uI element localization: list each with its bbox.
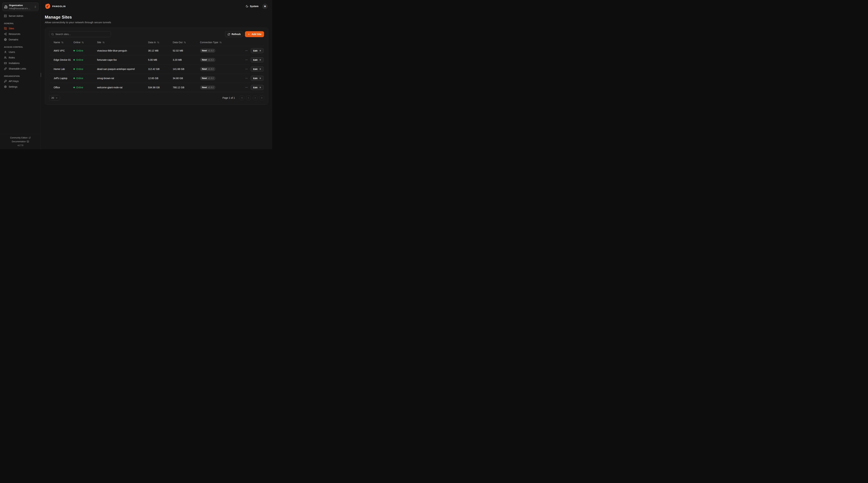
org-selector-label: Organization: [9, 4, 23, 7]
chevrons-up-down-icon: [34, 5, 37, 8]
online-status-label: Online: [76, 59, 83, 61]
refresh-button[interactable]: Refresh: [225, 31, 243, 37]
documentation-link[interactable]: Documentation: [0, 140, 41, 143]
connection-type-badge: Newt v1.3.2: [200, 67, 215, 71]
sidebar-resize-handle[interactable]: [41, 73, 41, 77]
table-row: Office Online welcome-giant-mole-rat 534…: [49, 83, 264, 92]
data-out-cell: 3.20 MB: [173, 55, 200, 65]
chevron-left-icon: [247, 97, 250, 99]
online-status-label: Online: [76, 77, 83, 79]
sidebar-item-settings[interactable]: Settings: [2, 84, 38, 89]
connection-name: Newt: [202, 50, 207, 52]
sidebar-item-api-keys[interactable]: API Keys: [2, 78, 38, 84]
sidebar-item-domains[interactable]: Domains: [2, 37, 38, 42]
connection-version: v1.3.2: [208, 68, 214, 70]
share-nodes-icon: [4, 33, 7, 35]
community-edition-link[interactable]: Community Edition: [0, 136, 41, 140]
sidebar-item-label: Invitations: [9, 62, 20, 65]
column-sort-control[interactable]: Online: [73, 41, 84, 44]
column-sort-control[interactable]: Data In: [148, 41, 159, 44]
sidebar-item-label: API Keys: [9, 80, 19, 83]
column-label: Data In: [148, 41, 156, 44]
sidebar-item-label: Resources: [9, 33, 20, 35]
data-out-cell: 52.02 MB: [173, 46, 200, 55]
edit-site-button[interactable]: Edit: [251, 57, 264, 62]
data-out-cell: 34.80 GB: [173, 74, 200, 83]
connection-type-cell: Newt v1.3.2: [200, 65, 238, 74]
building-icon: [4, 5, 7, 8]
org-selector[interactable]: Organization milo@fossorial.io's ...: [2, 2, 38, 11]
server-icon: [4, 14, 7, 18]
table-row: AWS VPC Online vivacious-little-blue-pen…: [49, 46, 264, 55]
sidebar-item-roles[interactable]: Roles: [2, 55, 38, 60]
connection-type-badge: Newt v1.3.2: [200, 76, 215, 80]
row-menu-button[interactable]: [244, 67, 249, 71]
connection-version: v1.3.2: [208, 59, 214, 61]
row-menu-button[interactable]: [244, 76, 249, 80]
online-status-dot: [73, 77, 75, 79]
connection-type-cell: Newt v1.3.2: [200, 46, 238, 55]
theme-toggle-label: System: [250, 5, 258, 8]
sidebar-item-resources[interactable]: Resources: [2, 31, 38, 37]
row-menu-button[interactable]: [244, 49, 249, 53]
edit-label: Edit: [253, 59, 257, 61]
sort-arrows-icon: [61, 41, 64, 43]
previous-page-button[interactable]: [246, 95, 251, 100]
sidebar-heading-general: GENERAL: [4, 22, 37, 25]
edit-label: Edit: [253, 77, 257, 79]
sites-table-body: AWS VPC Online vivacious-little-blue-pen…: [49, 46, 264, 92]
globe-icon: [4, 38, 7, 41]
connection-type-badge: Newt v1.3.2: [200, 85, 215, 90]
column-header: Site: [97, 39, 148, 46]
site-slug-cell: vivacious-little-blue-penguin: [97, 46, 148, 55]
edit-site-button[interactable]: Edit: [251, 85, 264, 90]
search-icon: [51, 33, 54, 36]
column-sort-control[interactable]: Site: [97, 41, 105, 44]
table-row: Jeff's Laptop Online smug-brown-rat 12.6…: [49, 74, 264, 83]
data-in-cell: 30.12 MB: [148, 46, 173, 55]
edit-site-button[interactable]: Edit: [251, 48, 264, 53]
site-name-cell: Jeff's Laptop: [49, 74, 73, 83]
sidebar-item-users[interactable]: Users: [2, 50, 38, 55]
arrow-right-icon: [259, 59, 261, 61]
user-icon: [4, 51, 7, 54]
next-page-button[interactable]: [253, 95, 257, 100]
sort-arrows-icon: [184, 41, 186, 43]
first-page-button[interactable]: [240, 95, 244, 100]
site-online-cell: Online: [73, 46, 97, 55]
sidebar-item-shareable-links[interactable]: Shareable Links: [2, 66, 38, 71]
sidebar-item-invitations[interactable]: Invitations: [2, 61, 38, 66]
sidebar-item-sites[interactable]: Sites: [2, 26, 38, 31]
site-slug-cell: smug-brown-rat: [97, 74, 148, 83]
add-site-button[interactable]: Add Site: [245, 31, 264, 37]
org-selector-texts: Organization milo@fossorial.io's ...: [9, 4, 32, 10]
sites-table: Name Online: [49, 39, 264, 92]
theme-toggle-button[interactable]: System: [246, 5, 258, 8]
column-label: Site: [97, 41, 101, 44]
last-page-button[interactable]: [259, 95, 264, 100]
sidebar-item-label: Settings: [9, 85, 18, 88]
plus-icon: [248, 33, 250, 36]
column-sort-control[interactable]: Connection Type: [200, 41, 222, 44]
search-sites-field[interactable]: [49, 31, 111, 37]
brand-logo[interactable]: PANGOLIN: [45, 3, 66, 9]
header-actions: System M: [246, 4, 268, 9]
edit-site-button[interactable]: Edit: [251, 76, 264, 81]
search-sites-input[interactable]: [55, 33, 109, 36]
row-menu-button[interactable]: [244, 58, 249, 62]
column-sort-control[interactable]: Data Out: [173, 41, 186, 44]
gear-icon: [4, 85, 7, 88]
column-sort-control[interactable]: Name: [54, 41, 64, 44]
page-size-select[interactable]: 20: [49, 95, 60, 101]
site-name-cell: Home Lab: [49, 65, 73, 74]
online-status-label: Online: [76, 68, 83, 70]
row-menu-button[interactable]: [244, 85, 249, 90]
edit-site-button[interactable]: Edit: [251, 66, 264, 72]
chevrons-right-icon: [260, 97, 263, 99]
arrow-right-icon: [259, 77, 261, 79]
book-open-icon: [27, 140, 29, 143]
sidebar-item-server-admin[interactable]: Server Admin: [2, 13, 38, 19]
sidebar-item-label: Users: [9, 51, 15, 54]
avatar[interactable]: M: [262, 4, 268, 9]
connection-name: Newt: [202, 59, 207, 61]
